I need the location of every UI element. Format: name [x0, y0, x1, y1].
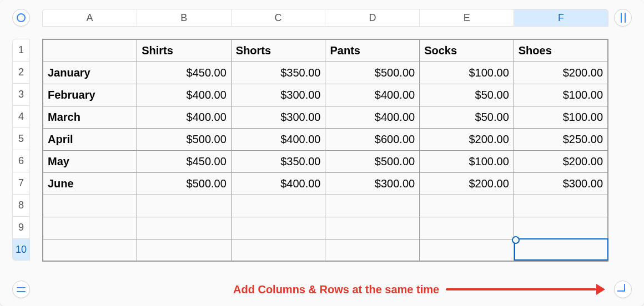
columns-icon — [621, 13, 626, 23]
empty-cell[interactable] — [137, 239, 232, 261]
column-header-D[interactable]: D — [325, 9, 419, 27]
row-label-cell[interactable]: January — [43, 62, 137, 84]
row-header-10[interactable]: 10 — [12, 238, 30, 261]
data-cell[interactable]: $50.00 — [420, 106, 514, 128]
row-header-5[interactable]: 5 — [12, 128, 30, 150]
data-cell[interactable]: $500.00 — [325, 150, 420, 172]
data-cell[interactable]: $400.00 — [137, 84, 232, 106]
header-cell[interactable]: Shirts — [137, 39, 232, 62]
data-cell[interactable]: $400.00 — [231, 128, 325, 150]
data-cell[interactable]: $100.00 — [420, 62, 514, 84]
row-header-9[interactable]: 9 — [12, 216, 30, 238]
row-label-cell[interactable]: June — [43, 172, 137, 195]
empty-cell[interactable] — [231, 217, 325, 239]
data-cell[interactable]: $300.00 — [231, 84, 325, 106]
data-cell[interactable]: $300.00 — [514, 172, 608, 195]
column-header-F[interactable]: F — [514, 9, 608, 27]
data-cell[interactable]: $450.00 — [137, 150, 232, 172]
header-cell[interactable]: Shoes — [514, 39, 608, 62]
row-header-1[interactable]: 1 — [12, 39, 30, 61]
annotation-text: Add Columns & Rows at the same time — [233, 283, 439, 296]
data-cell[interactable]: $400.00 — [325, 84, 420, 106]
empty-cell[interactable] — [325, 239, 420, 261]
corner-icon — [617, 284, 625, 292]
data-cell[interactable]: $200.00 — [420, 172, 514, 195]
empty-cell[interactable] — [420, 217, 514, 239]
row-header-8[interactable]: 8 — [12, 194, 30, 216]
data-cell[interactable]: $100.00 — [514, 106, 608, 128]
data-cell[interactable]: $300.00 — [325, 172, 420, 195]
column-header-A[interactable]: A — [42, 9, 137, 27]
row-header-7[interactable]: 7 — [12, 172, 30, 194]
add-columns-button[interactable] — [614, 9, 632, 27]
empty-cell[interactable] — [231, 239, 325, 261]
empty-cell[interactable] — [420, 195, 514, 217]
row-label-cell[interactable]: March — [43, 106, 137, 128]
data-cell[interactable]: $350.00 — [231, 62, 325, 84]
empty-cell[interactable] — [43, 217, 137, 239]
data-cell[interactable]: $100.00 — [420, 150, 514, 172]
data-cell[interactable]: $500.00 — [325, 62, 420, 84]
empty-cell[interactable] — [514, 195, 608, 217]
circle-icon — [17, 13, 26, 22]
empty-cell[interactable] — [43, 239, 137, 261]
data-cell[interactable]: $400.00 — [137, 106, 232, 128]
data-cell[interactable]: $500.00 — [137, 128, 232, 150]
empty-cell[interactable] — [43, 195, 137, 217]
column-header-E[interactable]: E — [419, 9, 514, 27]
data-cell[interactable]: $400.00 — [325, 106, 420, 128]
data-cell[interactable]: $500.00 — [137, 172, 232, 195]
header-cell[interactable]: Shorts — [231, 39, 325, 62]
empty-cell[interactable] — [325, 195, 420, 217]
table-handle-top-left[interactable] — [12, 9, 30, 27]
data-cell[interactable]: $50.00 — [420, 84, 514, 106]
row-header-4[interactable]: 4 — [12, 105, 30, 128]
add-rows-button[interactable] — [12, 280, 30, 298]
data-cell[interactable]: $200.00 — [514, 62, 608, 84]
data-cell[interactable]: $450.00 — [137, 62, 232, 84]
data-cell[interactable]: $600.00 — [325, 128, 420, 150]
row-label-cell[interactable]: February — [43, 84, 137, 106]
add-rows-and-columns-button[interactable] — [614, 280, 632, 298]
arrow-icon — [446, 284, 605, 295]
rows-icon — [17, 287, 26, 292]
column-header-C[interactable]: C — [231, 9, 325, 27]
empty-cell[interactable] — [325, 217, 420, 239]
row-headers: 12345678910 — [12, 39, 30, 261]
data-cell[interactable]: $350.00 — [231, 150, 325, 172]
row-header-3[interactable]: 3 — [12, 83, 30, 105]
row-label-cell[interactable]: May — [43, 150, 137, 172]
data-cell[interactable]: $100.00 — [514, 84, 608, 106]
header-cell-empty[interactable] — [43, 39, 137, 62]
data-cell[interactable]: $400.00 — [231, 172, 325, 195]
data-cell[interactable]: $200.00 — [514, 150, 608, 172]
header-cell[interactable]: Socks — [420, 39, 514, 62]
empty-cell[interactable] — [231, 195, 325, 217]
empty-cell[interactable] — [420, 239, 514, 261]
empty-cell[interactable] — [137, 217, 232, 239]
spreadsheet-table[interactable]: ShirtsShortsPantsSocksShoesJanuary$450.0… — [42, 39, 608, 262]
empty-cell[interactable] — [137, 195, 232, 217]
empty-cell[interactable] — [514, 217, 608, 239]
column-header-B[interactable]: B — [137, 9, 231, 27]
row-label-cell[interactable]: April — [43, 128, 137, 150]
data-cell[interactable]: $200.00 — [420, 128, 514, 150]
annotation: Add Columns & Rows at the same time — [233, 280, 608, 298]
spreadsheet-view: ABCDEF 12345678910 ShirtsShortsPantsSock… — [0, 0, 644, 306]
data-cell[interactable]: $300.00 — [231, 106, 325, 128]
empty-cell[interactable] — [514, 239, 608, 261]
row-header-6[interactable]: 6 — [12, 150, 30, 172]
row-header-2[interactable]: 2 — [12, 61, 30, 83]
header-cell[interactable]: Pants — [325, 39, 420, 62]
column-headers: ABCDEF — [42, 9, 608, 27]
data-cell[interactable]: $250.00 — [514, 128, 608, 150]
